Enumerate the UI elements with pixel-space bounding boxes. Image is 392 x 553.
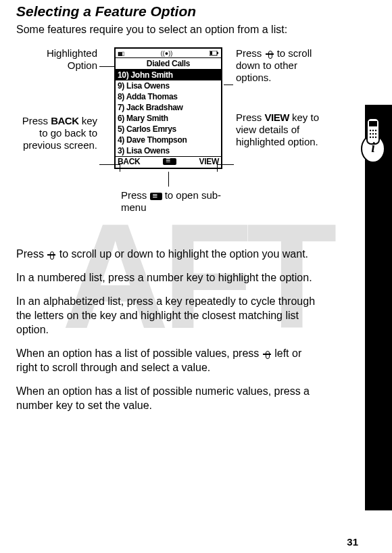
list-item: 8) Adda Thomas — [116, 91, 221, 102]
callout-line — [120, 164, 120, 172]
phone-statusbar: ((●)) — [116, 49, 221, 58]
callout-view: Press VIEW key to view details of highli… — [236, 112, 337, 148]
body-text-span: When an option has a list of possible va… — [16, 347, 262, 359]
signal-icon — [118, 50, 124, 57]
list-item: 4) Dave Thompson — [116, 135, 221, 145]
body-p5: When an option has a list of possible nu… — [16, 384, 324, 412]
nav-key-icon — [265, 50, 274, 58]
body-p1: Press to scroll up or down to highlight … — [16, 247, 324, 261]
nav-key-icon — [47, 251, 56, 259]
diagram-area: ((●)) Dialed Calls 10) John Smith 9) Lis… — [16, 44, 324, 233]
callout-line — [99, 164, 120, 165]
list-item: 3) Lisa Owens — [116, 145, 221, 156]
callout-back: Press BACK key to go back to previous sc… — [16, 115, 97, 151]
softkey-menu-icon — [163, 158, 176, 165]
callout-scroll: Press to scroll down to other options. — [236, 47, 330, 84]
svg-point-6 — [375, 130, 376, 131]
list-item: 6) Mary Smith — [116, 113, 221, 124]
list-item: 7) Jack Bradshaw — [116, 102, 221, 113]
callout-highlighted-text: Highlighted Option — [30, 47, 97, 72]
svg-point-7 — [370, 133, 371, 135]
svg-rect-2 — [369, 121, 377, 126]
callout-key: VIEW — [265, 112, 289, 123]
callout-line — [224, 85, 233, 85]
intro-text: Some features require you to select an o… — [16, 24, 324, 36]
callout-menu: Press to open sub-menu — [121, 189, 229, 214]
phone-list-title: Dialed Calls — [116, 58, 221, 70]
body-p2: In a numbered list, press a number key t… — [16, 270, 324, 285]
softkey-back: BACK — [118, 157, 140, 166]
list-item: 10) John Smith — [116, 70, 221, 80]
svg-point-10 — [370, 137, 371, 138]
menu-key-icon — [150, 193, 162, 200]
page-number: 31 — [347, 536, 358, 548]
phone-clipart-icon: i — [356, 112, 392, 162]
body-p4: When an option has a list of possible va… — [16, 346, 324, 375]
vibrate-icon: ((●)) — [161, 50, 172, 57]
callout-text: Press — [236, 47, 265, 59]
list-item: 9) Lisa Owens — [116, 80, 221, 91]
phone-softkeys: BACK VIEW — [116, 156, 221, 166]
callout-line — [168, 172, 169, 187]
svg-point-12 — [375, 137, 376, 138]
battery-icon — [210, 51, 219, 56]
page-heading: Selecting a Feature Option — [16, 3, 324, 20]
svg-point-9 — [375, 133, 376, 135]
svg-point-5 — [372, 130, 374, 131]
svg-point-11 — [372, 137, 374, 138]
svg-rect-16 — [210, 51, 212, 55]
phone-screen: ((●)) Dialed Calls 10) John Smith 9) Lis… — [114, 47, 222, 169]
body-text-span: Press — [16, 248, 47, 260]
body-p3: In an alphabetized list, press a key rep… — [16, 294, 324, 337]
callout-text: Press — [121, 189, 150, 201]
callout-line — [217, 164, 218, 172]
callout-key: BACK — [51, 115, 78, 126]
svg-line-3 — [379, 113, 382, 118]
callout-line — [217, 164, 234, 165]
svg-rect-15 — [217, 52, 218, 54]
list-item: 5) Carlos Emrys — [116, 124, 221, 135]
phone-list: 10) John Smith 9) Lisa Owens 8) Adda Tho… — [116, 70, 221, 156]
softkey-view: VIEW — [199, 157, 219, 166]
callout-line — [99, 66, 114, 67]
body-text: Press to scroll up or down to highlight … — [16, 247, 324, 412]
svg-text:i: i — [371, 140, 375, 155]
callout-highlighted: Highlighted Option — [30, 47, 97, 72]
callout-text: Press — [22, 115, 51, 126]
svg-point-4 — [370, 130, 371, 131]
nav-key-icon — [262, 350, 272, 358]
callout-text: Press — [236, 112, 265, 123]
svg-point-8 — [372, 133, 374, 135]
body-text-span: to scroll up or down to highlight the op… — [56, 248, 308, 260]
